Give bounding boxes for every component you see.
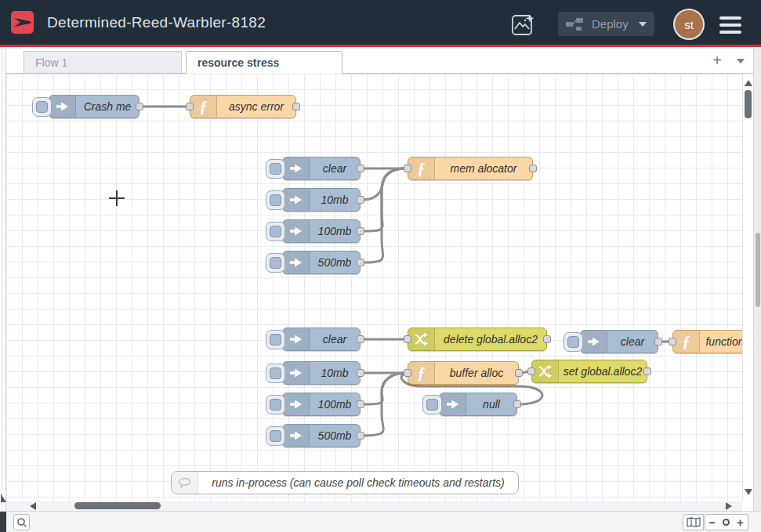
- inject-arrow-icon: [56, 100, 69, 113]
- zoom-out-button[interactable]: −: [705, 514, 719, 530]
- change-set-global-alloc2-output-port[interactable]: [643, 367, 651, 375]
- inject-clear-1-output-port[interactable]: [357, 165, 364, 172]
- deploy-caret-icon[interactable]: [639, 22, 647, 27]
- function-function[interactable]: ƒfunction: [672, 330, 742, 353]
- inject-clear-2[interactable]: clear: [282, 328, 361, 351]
- inject-10mb-2-output-port[interactable]: [357, 369, 364, 377]
- inject-500mb-1-output-port[interactable]: [357, 259, 364, 266]
- ai-image-icon[interactable]: [511, 13, 537, 37]
- function-async-error-label: async error: [217, 96, 295, 118]
- change-delete-global-alloc2[interactable]: delete global.alloc2: [408, 328, 547, 351]
- vertical-scrollbar-thumb[interactable]: [745, 90, 752, 118]
- function-async-error-input-port[interactable]: [186, 103, 194, 110]
- change-delete-global-alloc2-output-port[interactable]: [543, 335, 551, 343]
- scroll-up-arrow[interactable]: [745, 80, 752, 86]
- inject-clear-1[interactable]: clear: [282, 157, 361, 180]
- inject-clear-2-output-port[interactable]: [357, 335, 364, 343]
- inject-500mb-1[interactable]: 500mb: [282, 251, 361, 274]
- wire-inject-100mb-2-to-function-buffer-alloc[interactable]: [362, 373, 406, 404]
- inject-100mb-1[interactable]: 100mb: [282, 219, 361, 243]
- main-menu-button[interactable]: [719, 16, 741, 34]
- inject-crash-me[interactable]: Crash me: [49, 95, 140, 118]
- inject-500mb-2-output-port[interactable]: [357, 432, 364, 440]
- function-buffer-alloc[interactable]: ƒbuffer alloc: [408, 361, 519, 385]
- function-mem-alocator-output-port[interactable]: [529, 165, 537, 172]
- horizontal-scrollbar-thumb[interactable]: [74, 502, 161, 509]
- inject-100mb-1-output-port[interactable]: [357, 227, 364, 235]
- inject-clear-2-button[interactable]: [266, 330, 285, 349]
- wire-inject-10mb-1-to-function-mem-alocator[interactable]: [362, 168, 406, 200]
- scroll-right-arrow[interactable]: [726, 502, 732, 510]
- inject-clear-1-button[interactable]: [266, 159, 285, 179]
- add-flow-button[interactable]: +: [709, 53, 725, 69]
- function-function-input-port[interactable]: [669, 338, 676, 346]
- flowfuse-logo-icon[interactable]: [11, 11, 34, 34]
- zoom-in-button[interactable]: +: [733, 514, 748, 530]
- inject-arrow-icon: [289, 256, 303, 269]
- canvas-horizontal-scrollbar[interactable]: [6, 501, 742, 511]
- inject-clear-3-icon-area: [581, 331, 607, 353]
- comment-runs-in-process-label: runs in-process (can cause poll check ti…: [198, 472, 518, 494]
- function-f-icon: ƒ: [683, 333, 690, 351]
- search-button[interactable]: [13, 514, 30, 530]
- page-title: Determined-Reed-Warbler-8182: [47, 0, 266, 45]
- cursor-crosshair: [116, 190, 118, 206]
- user-avatar[interactable]: st: [675, 10, 703, 38]
- function-function-label: function: [700, 331, 742, 353]
- flow-canvas[interactable]: Crash meƒasync errorclear10mb100mb500mbƒ…: [6, 74, 742, 501]
- inject-10mb-2[interactable]: 10mb: [282, 361, 361, 385]
- zoom-reset-button[interactable]: [719, 514, 734, 530]
- change-shuffle-icon: [538, 364, 553, 378]
- function-mem-alocator[interactable]: ƒmem alocator: [408, 157, 533, 180]
- canvas-vertical-scrollbar[interactable]: [742, 74, 753, 501]
- inject-10mb-1-output-port[interactable]: [357, 196, 364, 204]
- flow-tabbar: Flow 1 resource stress +: [6, 47, 753, 74]
- scroll-left-arrow[interactable]: [30, 502, 36, 510]
- change-delete-global-alloc2-input-port[interactable]: [404, 335, 411, 343]
- window-scrollbar[interactable]: [753, 47, 761, 532]
- inject-clear-3-label: clear: [607, 331, 658, 353]
- zoom-reset-icon: [723, 519, 730, 526]
- inject-clear-3-button[interactable]: [564, 332, 583, 352]
- navigator-button[interactable]: [683, 514, 704, 530]
- inject-100mb-2-button[interactable]: [266, 395, 285, 414]
- inject-null-button[interactable]: [422, 395, 442, 414]
- inject-10mb-1-button[interactable]: [266, 190, 285, 210]
- inject-500mb-1-button[interactable]: [266, 253, 285, 273]
- function-mem-alocator-input-port[interactable]: [404, 165, 411, 172]
- flow-list-caret-icon[interactable]: [737, 59, 745, 63]
- scroll-down-arrow[interactable]: [745, 489, 752, 495]
- tab-resource-stress[interactable]: resource stress: [186, 51, 342, 74]
- deploy-nodes-icon: [565, 17, 585, 31]
- change-set-global-alloc2[interactable]: set global.alloc2: [531, 360, 647, 383]
- window-scrollbar-thumb[interactable]: [756, 233, 760, 307]
- inject-button-pad: [426, 399, 438, 411]
- inject-null-output-port[interactable]: [513, 400, 521, 408]
- inject-500mb-2-button[interactable]: [266, 426, 285, 446]
- function-async-error[interactable]: ƒasync error: [190, 95, 296, 118]
- inject-500mb-2[interactable]: 500mb: [282, 424, 361, 447]
- inject-null[interactable]: null: [439, 393, 517, 416]
- footer-corner: [0, 512, 6, 532]
- inject-clear-3-output-port[interactable]: [654, 338, 662, 346]
- inject-100mb-2-output-port[interactable]: [357, 400, 364, 408]
- change-set-global-alloc2-input-port[interactable]: [527, 367, 535, 375]
- inject-100mb-2-label: 100mb: [310, 393, 360, 415]
- inject-button-pad: [270, 430, 281, 442]
- function-async-error-output-port[interactable]: [292, 103, 300, 110]
- inject-clear-3[interactable]: clear: [580, 330, 658, 353]
- inject-clear-2-icon-area: [283, 328, 310, 350]
- tab-resource-stress-label: resource stress: [197, 56, 279, 69]
- inject-10mb-2-button[interactable]: [266, 364, 285, 383]
- tab-flow-1[interactable]: Flow 1: [24, 51, 182, 73]
- function-buffer-alloc-output-port[interactable]: [515, 369, 523, 377]
- deploy-button[interactable]: Deploy: [558, 12, 654, 36]
- inject-100mb-2[interactable]: 100mb: [282, 393, 361, 416]
- inject-10mb-1[interactable]: 10mb: [282, 188, 361, 212]
- palette-collapsed-strip[interactable]: [0, 47, 6, 511]
- inject-crash-me-button[interactable]: [32, 97, 52, 117]
- comment-runs-in-process[interactable]: runs in-process (can cause poll check ti…: [171, 471, 519, 494]
- function-buffer-alloc-input-port[interactable]: [404, 369, 411, 377]
- inject-100mb-1-button[interactable]: [266, 222, 285, 241]
- inject-crash-me-output-port[interactable]: [136, 103, 143, 110]
